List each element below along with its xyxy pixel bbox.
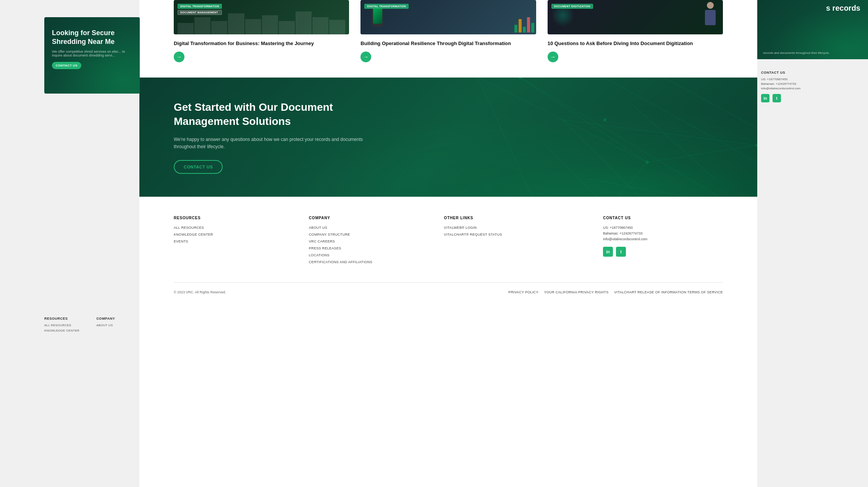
left-contact-button[interactable]: CONTACT US (52, 62, 81, 69)
footer-contact-us: US: +18770867450 (603, 226, 723, 230)
footer-press-releases-link[interactable]: PRESS RELEASES (309, 246, 429, 250)
footer-vitalchart-tos-link[interactable]: VITALCHART RELEASE OF INFORMATION TERMS … (614, 290, 723, 294)
blog-tag-digital-transform: DIGITAL TRANSFORMATION (178, 4, 222, 9)
footer-company-col: COMPANY ABOUT US COMPANY STRUCTURE VRC C… (309, 216, 429, 267)
right-hero-title: s records (826, 4, 860, 13)
blog-card-3-title: 10 Questions to Ask Before Diving Into D… (548, 40, 723, 47)
blog-card-3-arrow[interactable]: → (548, 52, 558, 62)
right-panel: s records records and documents througho… (757, 0, 868, 487)
blog-card-1-arrow[interactable]: → (174, 52, 184, 62)
right-contact-email: info@vitalrecordscontrol.com (761, 87, 864, 90)
cta-contact-button[interactable]: CONTACT US (174, 160, 223, 174)
chart-bars (514, 13, 534, 32)
footer-vitalweb-login-link[interactable]: VITALWEB® LOGIN (444, 226, 588, 230)
left-company-col: COMPANY ABOUT US (96, 317, 115, 329)
blog-card-2-image: DIGITAL TRANSFORMATION (360, 0, 536, 34)
left-knowledge-center-link[interactable]: KNOWLEDGE CENTER (44, 329, 79, 332)
blog-card-1: DIGITAL TRANSFORMATION DOCUMENT MANAGEME… (174, 0, 349, 62)
footer-twitter-icon[interactable]: t (616, 247, 626, 257)
right-hero-description: records and documents throughout their l… (763, 51, 862, 55)
right-contact-us: US: +18770867450 (761, 78, 864, 81)
svg-point-15 (645, 160, 649, 164)
blog-cards-container: DIGITAL TRANSFORMATION DOCUMENT MANAGEME… (174, 0, 723, 62)
footer-resources-col: RESOURCES ALL RESOURCES KNOWLEDGE CENTER… (174, 216, 294, 267)
blog-section: DIGITAL TRANSFORMATION DOCUMENT MANAGEME… (139, 0, 757, 78)
cta-content: Get Started with Our Document Management… (174, 100, 365, 174)
left-hero-subtitle: We offer competitive shred services on e… (52, 50, 132, 57)
blog-tag-doc-digitization: DOCUMENT DIGITIZATION (551, 4, 593, 9)
cta-title: Get Started with Our Document Management… (174, 100, 365, 128)
right-social-links: in t (761, 94, 864, 102)
footer-all-resources-link[interactable]: ALL RESOURCES (174, 226, 294, 230)
footer-certifications-link[interactable]: CERTIFICATIONS AND AFFILIATIONS (309, 260, 429, 264)
svg-point-21 (603, 118, 607, 122)
footer-bottom: © 2023 VRC. All Rights Reserved. PRIVACY… (174, 282, 723, 294)
footer-california-privacy-link[interactable]: YOUR CALIFORNIA PRIVACY RIGHTS (544, 290, 609, 294)
cta-banner: Get Started with Our Document Management… (139, 78, 757, 197)
footer-privacy-policy-link[interactable]: PRIVACY POLICY (508, 290, 538, 294)
footer-linkedin-icon[interactable]: in (603, 247, 613, 257)
footer: RESOURCES ALL RESOURCES KNOWLEDGE CENTER… (139, 197, 757, 306)
footer-contact-col: CONTACT US US: +18770867450 Bahamas: +12… (603, 216, 723, 267)
main-content: DIGITAL TRANSFORMATION DOCUMENT MANAGEME… (139, 0, 757, 487)
left-resources-col: RESOURCES ALL RESOURCES KNOWLEDGE CENTER (44, 317, 79, 334)
left-hero-banner: Looking for Secure Shredding Near Me We … (44, 17, 140, 94)
blog-card-2-tags: DIGITAL TRANSFORMATION (364, 4, 409, 9)
right-linkedin-icon[interactable]: in (761, 94, 769, 102)
left-footer-nav: RESOURCES ALL RESOURCES KNOWLEDGE CENTER… (44, 317, 130, 334)
footer-copyright: © 2023 VRC. All Rights Reserved. (174, 290, 226, 294)
footer-locations-link[interactable]: LOCATIONS (309, 253, 429, 257)
blog-card-3: DOCUMENT DIGITIZATION 10 Questions to As… (548, 0, 723, 62)
footer-company-structure-link[interactable]: COMPANY STRUCTURE (309, 233, 429, 236)
person-figure (704, 2, 717, 31)
blog-card-1-image: DIGITAL TRANSFORMATION DOCUMENT MANAGEME… (174, 0, 349, 34)
right-twitter-icon[interactable]: t (773, 94, 781, 102)
right-hero-banner: s records records and documents througho… (757, 0, 868, 59)
phone-shape (372, 6, 383, 27)
blog-card-1-tags: DIGITAL TRANSFORMATION DOCUMENT MANAGEME… (178, 4, 222, 15)
left-resources-heading: RESOURCES (44, 317, 79, 320)
blog-tag-digital-transform-2: DIGITAL TRANSFORMATION (364, 4, 409, 9)
footer-bottom-links: PRIVACY POLICY YOUR CALIFORNIA PRIVACY R… (508, 290, 723, 294)
blog-card-2-arrow[interactable]: → (360, 52, 371, 62)
footer-social-links: in t (603, 247, 723, 257)
footer-contact-email: info@vitalrecordscontrol.com (603, 237, 723, 241)
footer-vitalchart-request-link[interactable]: VITALCHART® REQUEST STATUS (444, 233, 588, 236)
footer-company-heading: COMPANY (309, 216, 429, 220)
right-contact-heading: CONTACT US (761, 71, 864, 74)
blog-card-2: DIGITAL TRANSFORMATION Building Operatio… (360, 0, 536, 62)
blog-card-3-tags: DOCUMENT DIGITIZATION (551, 4, 593, 9)
left-panel: Looking for Secure Shredding Near Me We … (0, 0, 139, 487)
footer-events-link[interactable]: EVENTS (174, 239, 294, 243)
blog-tag-doc-management: DOCUMENT MANAGEMENT (178, 10, 222, 15)
footer-knowledge-center-link[interactable]: KNOWLEDGE CENTER (174, 233, 294, 236)
left-company-heading: COMPANY (96, 317, 115, 320)
blog-card-3-image: DOCUMENT DIGITIZATION (548, 0, 723, 34)
blog-card-1-title: Digital Transformation for Business: Mas… (174, 40, 349, 47)
footer-other-links-col: OTHER LINKS VITALWEB® LOGIN VITALCHART® … (444, 216, 588, 267)
footer-contact-bahamas: Bahamas: +12426774733 (603, 231, 723, 235)
left-all-resources-link[interactable]: ALL RESOURCES (44, 324, 79, 327)
right-contact-info: CONTACT US US: +18770867450 Bahamas: +12… (761, 71, 864, 102)
blog-card-2-title: Building Operational Resilience Through … (360, 40, 536, 47)
footer-about-us-link[interactable]: ABOUT US (309, 226, 429, 230)
footer-resources-heading: RESOURCES (174, 216, 294, 220)
footer-contact-heading: CONTACT US (603, 216, 723, 220)
left-about-us-link[interactable]: ABOUT US (96, 324, 115, 327)
footer-vrc-careers-link[interactable]: VRC CAREERS (309, 239, 429, 243)
left-hero-title: Looking for Secure Shredding Near Me (52, 29, 132, 47)
footer-other-links-heading: OTHER LINKS (444, 216, 588, 220)
footer-grid: RESOURCES ALL RESOURCES KNOWLEDGE CENTER… (174, 216, 723, 267)
cta-description: We're happy to answer any questions abou… (174, 136, 365, 150)
right-contact-bahamas: Bahamas: +12426774733 (761, 82, 864, 86)
